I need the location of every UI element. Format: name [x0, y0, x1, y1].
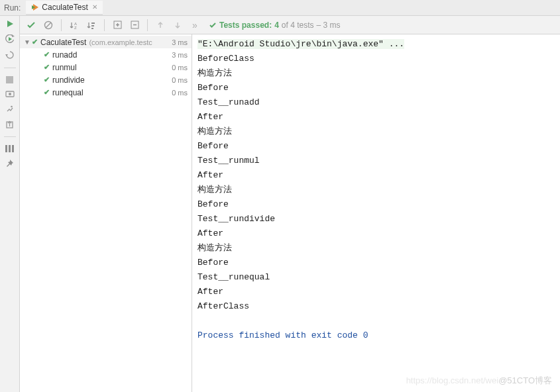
toggle-auto-icon[interactable] — [5, 50, 15, 60]
run-label: Run: — [4, 3, 21, 13]
prev-failed-icon[interactable] — [153, 18, 168, 32]
tree-item-time: 0 ms — [172, 76, 188, 84]
console-line: Before — [197, 256, 555, 270]
pass-icon: ✔ — [44, 88, 50, 97]
test-status: Tests passed: 4 of 4 tests – 3 ms — [209, 21, 341, 30]
pass-icon: ✔ — [44, 75, 50, 84]
test-tree: ▼ ✔ CaculateTest (com.example.testc 3 ms… — [20, 34, 192, 392]
svg-marker-4 — [9, 37, 12, 41]
separator — [4, 136, 16, 137]
show-passed-icon[interactable] — [24, 18, 38, 32]
svg-point-8 — [9, 93, 11, 95]
tree-item-name: runmul — [52, 63, 77, 72]
console-line: Test__rundivide — [197, 212, 555, 226]
console-line: 构造方法 — [197, 241, 555, 256]
console-line: 构造方法 — [197, 66, 555, 81]
pass-icon: ✔ — [44, 50, 50, 59]
console-line: After — [197, 168, 555, 183]
svg-rect-12 — [9, 145, 11, 152]
more-icon[interactable]: » — [188, 18, 202, 32]
dump-icon[interactable] — [5, 90, 15, 98]
tree-root-meta: (com.example.testc — [89, 38, 152, 46]
console-line: 构造方法 — [197, 183, 555, 197]
status-prefix: Tests passed: — [219, 21, 272, 30]
console-output[interactable]: "E:\Android Studio\jre\bin\java.exe" ...… — [192, 34, 560, 392]
status-of: of 4 tests — [282, 21, 314, 30]
left-toolbar — [0, 16, 20, 392]
sort-duration-icon[interactable] — [84, 18, 99, 32]
layout-icon[interactable] — [5, 145, 14, 152]
svg-rect-18 — [91, 23, 95, 24]
console-line: Before — [197, 139, 555, 154]
tree-root-time: 3 ms — [172, 38, 188, 46]
restore-layout-icon[interactable] — [5, 105, 14, 113]
watermark-faded: https://blog.csdn.net/wei — [406, 375, 498, 385]
next-failed-icon[interactable] — [170, 18, 185, 32]
console-line: Before — [197, 81, 555, 95]
stop-icon[interactable] — [6, 76, 13, 83]
tree-item[interactable]: ✔ runmul 0 ms — [20, 61, 192, 74]
tree-item-name: rundivide — [52, 75, 85, 85]
tree-item-time: 3 ms — [172, 51, 188, 59]
svg-line-15 — [46, 23, 51, 28]
collapse-all-icon[interactable] — [127, 18, 142, 32]
status-time: – 3 ms — [317, 21, 341, 30]
rerun-failed-icon[interactable] — [5, 34, 15, 44]
svg-rect-19 — [91, 25, 94, 26]
svg-rect-11 — [5, 145, 7, 152]
show-ignored-icon[interactable] — [41, 18, 56, 32]
tree-item-name: runequal — [52, 88, 84, 97]
separator — [4, 68, 16, 68]
console-line: After — [197, 285, 555, 299]
tree-item[interactable]: ✔ runequal 0 ms — [20, 86, 192, 99]
export-icon[interactable] — [5, 120, 14, 128]
tree-root[interactable]: ▼ ✔ CaculateTest (com.example.testc 3 ms — [20, 36, 192, 48]
pin-icon[interactable] — [5, 159, 14, 168]
separator — [61, 19, 62, 31]
tree-item[interactable]: ✔ rundivide 0 ms — [20, 74, 192, 86]
console-command: "E:\Android Studio\jre\bin\java.exe" ... — [197, 39, 404, 49]
svg-marker-2 — [7, 21, 13, 27]
watermark: https://blog.csdn.net/wei@51CTO博客 — [406, 375, 552, 387]
status-count: 4 — [274, 21, 279, 30]
pass-icon: ✔ — [32, 38, 38, 46]
separator — [147, 19, 148, 31]
console-line: 构造方法 — [197, 124, 555, 139]
run-tab[interactable]: CaculateTest ✕ — [26, 1, 102, 15]
svg-text:Z: Z — [74, 26, 77, 30]
console-line: AfterClass — [197, 299, 555, 314]
rerun-icon[interactable] — [6, 20, 14, 28]
svg-rect-20 — [91, 28, 93, 29]
svg-rect-13 — [12, 145, 14, 152]
separator — [104, 19, 105, 31]
run-header: Run: CaculateTest ✕ — [0, 0, 560, 16]
tree-item-name: runadd — [52, 50, 77, 60]
svg-rect-6 — [6, 76, 13, 83]
expand-all-icon[interactable] — [110, 18, 125, 32]
svg-marker-5 — [5, 54, 8, 56]
tree-item-time: 0 ms — [172, 64, 188, 72]
close-icon[interactable]: ✕ — [92, 3, 97, 11]
console-exit: Process finished with exit code 0 — [197, 328, 555, 343]
sort-alpha-icon[interactable]: AZ — [67, 18, 82, 32]
console-line: BeforeClass — [197, 52, 555, 66]
svg-marker-3 — [12, 34, 15, 37]
pass-icon: ✔ — [44, 63, 50, 72]
console-line: After — [197, 226, 555, 241]
console-line: Test__runequal — [197, 270, 555, 285]
tree-item[interactable]: ✔ runadd 3 ms — [20, 48, 192, 61]
svg-point-9 — [11, 106, 13, 108]
console-line: Test__runmul — [197, 154, 555, 168]
watermark-text: @51CTO博客 — [498, 375, 552, 385]
tree-root-name: CaculateTest — [40, 38, 86, 47]
console-line: Test__runadd — [197, 95, 555, 110]
console-line: Before — [197, 197, 555, 212]
tab-title: CaculateTest — [42, 3, 87, 12]
tree-item-time: 0 ms — [172, 89, 188, 97]
test-toolbar: AZ » Tests passed: 4 — [20, 16, 560, 34]
run-config-icon — [31, 3, 39, 11]
console-line: After — [197, 110, 555, 124]
chevron-down-icon[interactable]: ▼ — [24, 38, 32, 46]
